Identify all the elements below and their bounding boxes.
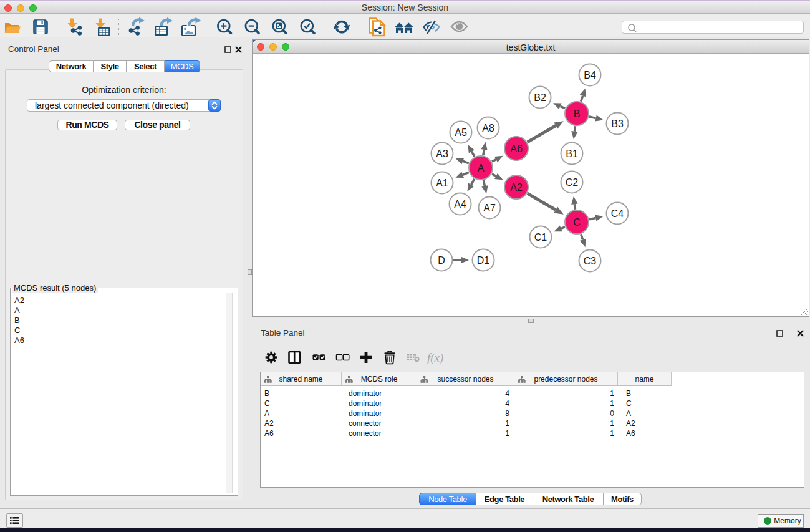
svg-text:C: C	[573, 217, 581, 228]
svg-text:C3: C3	[584, 256, 597, 266]
svg-text:B2: B2	[534, 92, 546, 103]
svg-text:D: D	[438, 255, 445, 266]
svg-text:A6: A6	[510, 143, 523, 154]
svg-text:A1: A1	[436, 178, 448, 188]
svg-text:f(x): f(x)	[427, 351, 443, 365]
svg-text:B: B	[574, 109, 581, 119]
svg-text:D1: D1	[477, 255, 490, 266]
svg-text:C2: C2	[566, 177, 579, 188]
svg-text:A4: A4	[454, 199, 466, 210]
svg-text:A8: A8	[482, 123, 494, 133]
svg-text:A3: A3	[436, 148, 448, 159]
svg-text:A7: A7	[483, 203, 496, 213]
svg-text:B3: B3	[611, 118, 624, 129]
svg-text:C4: C4	[611, 208, 624, 219]
svg-text:C1: C1	[534, 232, 547, 243]
svg-text:B4: B4	[584, 70, 596, 80]
svg-text:A2: A2	[510, 182, 523, 193]
svg-text:A: A	[478, 163, 485, 173]
svg-text:A5: A5	[455, 127, 467, 138]
svg-text:B1: B1	[566, 148, 578, 159]
